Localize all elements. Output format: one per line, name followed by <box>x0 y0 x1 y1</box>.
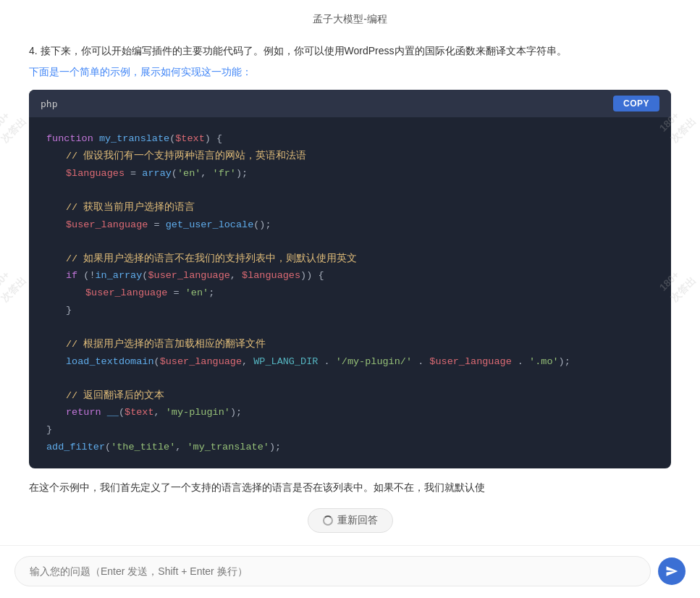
code-line-7 <box>46 233 654 250</box>
code-language: php <box>41 98 57 109</box>
code-line-13: // 根据用户选择的语言加载相应的翻译文件 <box>46 336 654 353</box>
page-title: 孟子大模型-编程 <box>0 0 700 35</box>
code-line-8: // 如果用户选择的语言不在我们的支持列表中，则默认使用英文 <box>46 250 654 268</box>
send-button[interactable] <box>658 557 686 585</box>
step-subtext: 下面是一个简单的示例，展示如何实现这一功能： <box>29 63 671 81</box>
code-line-9: if (!in_array($user_language, $languages… <box>46 267 654 285</box>
code-body: function my_translate($text) { // 假设我们有一… <box>29 117 671 468</box>
input-area <box>0 545 700 598</box>
step-number: 4. <box>29 45 38 56</box>
code-line-10: $user_language = 'en'; <box>46 285 654 302</box>
code-line-19: add_filter('the_title', 'my_translate'); <box>46 439 654 456</box>
code-line-11: } <box>46 302 654 319</box>
code-line-2: // 假设我们有一个支持两种语言的网站，英语和法语 <box>46 148 654 165</box>
step-intro: 4. 接下来，你可以开始编写插件的主要功能代码了。例如，你可以使用WordPre… <box>29 42 671 60</box>
chat-input[interactable] <box>14 556 651 586</box>
reanswer-label: 重新回答 <box>337 514 378 527</box>
code-header: php COPY <box>29 90 671 117</box>
code-line-16: // 返回翻译后的文本 <box>46 387 654 405</box>
code-line-1: function my_translate($text) { <box>46 130 654 148</box>
reanswer-button[interactable]: 重新回答 <box>308 508 393 533</box>
step-text-sub: 下面是一个简单的示例，展示如何实现这一功能： <box>29 66 252 77</box>
code-line-14: load_textdomain($user_language, WP_LANG_… <box>46 353 654 371</box>
code-line-18: } <box>46 421 654 439</box>
code-line-12 <box>46 319 654 336</box>
code-line-15 <box>46 370 654 387</box>
refresh-icon <box>323 515 333 526</box>
reanswer-bar: 重新回答 <box>0 504 700 537</box>
content-area: 4. 接下来，你可以开始编写插件的主要功能代码了。例如，你可以使用WordPre… <box>0 35 700 468</box>
code-line-6: $user_language = get_user_locale(); <box>46 216 654 234</box>
send-icon <box>665 565 678 578</box>
code-line-17: return __($text, 'my-plugin'); <box>46 404 654 421</box>
code-block: php COPY function my_translate($text) { … <box>29 90 671 468</box>
copy-button[interactable]: COPY <box>613 96 659 111</box>
code-line-4 <box>46 182 654 199</box>
code-line-5: // 获取当前用户选择的语言 <box>46 199 654 216</box>
code-line-3: $languages = array('en', 'fr'); <box>46 165 654 182</box>
bottom-text: 在这个示例中，我们首先定义了一个支持的语言选择的语言是否在该列表中。如果不在，我… <box>0 468 700 504</box>
step-text-main: 接下来，你可以开始编写插件的主要功能代码了。例如，你可以使用WordPress内… <box>41 45 567 56</box>
